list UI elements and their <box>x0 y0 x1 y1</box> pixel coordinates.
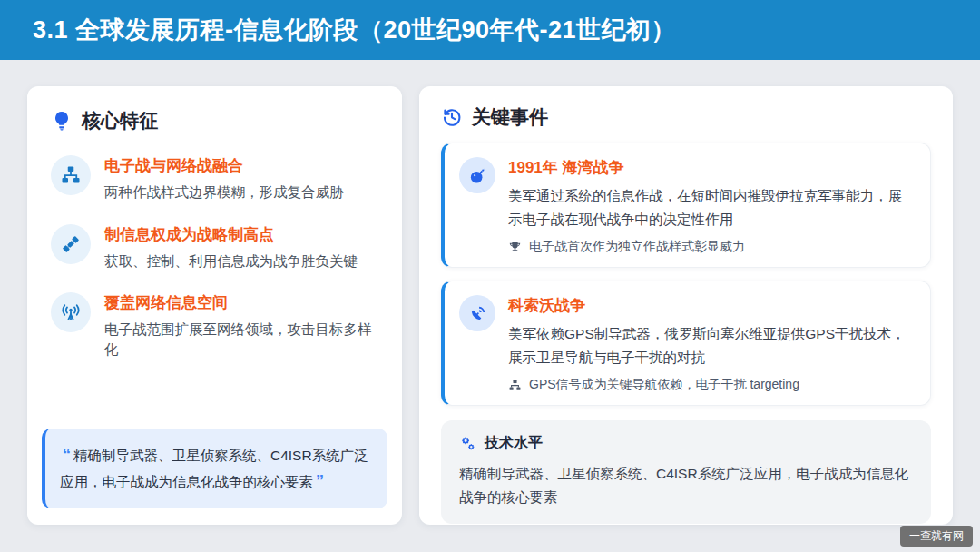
watermark-badge: 一查就有网 <box>900 526 973 547</box>
tech-level-box: 技术水平 精确制导武器、卫星侦察系统、C4ISR系统广泛应用，电子战成为信息化战… <box>441 420 931 524</box>
core-features-card: 核心特征 电子战与网络战融合 两种作战样式边界模糊，形成复合威胁 制信息权成为战… <box>27 86 402 525</box>
event-highlight: 电子战首次作为独立作战样式彰显威力 <box>508 239 914 255</box>
event-desc: 美军通过系统的信息作战，在短时间内摧毁伊拉克军事能力，展示电子战在现代战争中的决… <box>508 184 914 231</box>
trophy-icon <box>508 241 522 254</box>
event-title: 1991年 海湾战争 <box>508 157 914 178</box>
feature-desc: 两种作战样式边界模糊，形成复合威胁 <box>104 182 344 202</box>
event-item: 1991年 海湾战争 美军通过系统的信息作战，在短时间内摧毁伊拉克军事能力，展示… <box>441 143 931 268</box>
event-highlight-text: GPS信号成为关键导航依赖，电子干扰 targeting <box>529 377 799 393</box>
slide-header: 3.1 全球发展历程-信息化阶段（20世纪90年代-21世纪初） <box>0 0 980 60</box>
close-quote-icon: ” <box>313 472 327 490</box>
tech-level-title: 技术水平 <box>485 434 543 453</box>
tech-level-header: 技术水平 <box>459 434 913 453</box>
sitemap-icon <box>51 155 91 195</box>
broadcast-tower-icon <box>51 292 91 332</box>
summary-quote: “精确制导武器、卫星侦察系统、C4ISR系统广泛应用，电子战成为信息化战争的核心… <box>42 429 387 508</box>
list-item: 制信息权成为战略制高点 获取、控制、利用信息成为战争胜负关键 <box>51 224 378 271</box>
page-title: 3.1 全球发展历程-信息化阶段（20世纪90年代-21世纪初） <box>33 14 676 46</box>
key-events-card: 关键事件 1991年 海湾战争 美军通过系统的信息作战，在短时间内摧毁伊拉克军事… <box>419 86 953 525</box>
feature-title: 覆盖网络信息空间 <box>104 292 378 313</box>
event-desc: 美军依赖GPS制导武器，俄罗斯向塞尔维亚提供GPS干扰技术，展示卫星导航与电子干… <box>508 322 914 369</box>
core-features-header: 核心特征 <box>51 108 378 133</box>
history-clock-icon <box>441 106 463 128</box>
feature-title: 电子战与网络战融合 <box>104 155 344 176</box>
satellite-icon <box>51 224 91 264</box>
sitemap-icon <box>508 379 522 392</box>
bomb-icon <box>459 157 495 193</box>
list-item: 电子战与网络战融合 两种作战样式边界模糊，形成复合威胁 <box>51 155 378 202</box>
feature-desc: 电子战范围扩展至网络领域，攻击目标多样化 <box>104 320 378 359</box>
core-features-title: 核心特征 <box>82 108 158 133</box>
key-events-header: 关键事件 <box>441 104 931 130</box>
open-quote-icon: “ <box>60 446 74 464</box>
satellite-dish-icon <box>459 295 495 331</box>
lightbulb-icon <box>51 110 73 132</box>
event-title: 科索沃战争 <box>508 295 914 316</box>
event-highlight: GPS信号成为关键导航依赖，电子干扰 targeting <box>508 377 914 393</box>
event-highlight-text: 电子战首次作为独立作战样式彰显威力 <box>529 239 745 255</box>
event-item: 科索沃战争 美军依赖GPS制导武器，俄罗斯向塞尔维亚提供GPS干扰技术，展示卫星… <box>441 281 931 406</box>
feature-desc: 获取、控制、利用信息成为战争胜负关键 <box>104 251 358 271</box>
feature-title: 制信息权成为战略制高点 <box>104 224 358 245</box>
tech-level-desc: 精确制导武器、卫星侦察系统、C4ISR系统广泛应用，电子战成为信息化战争的核心要… <box>459 462 913 508</box>
list-item: 覆盖网络信息空间 电子战范围扩展至网络领域，攻击目标多样化 <box>51 292 378 359</box>
gears-icon <box>459 435 476 452</box>
main-content: 核心特征 电子战与网络战融合 两种作战样式边界模糊，形成复合威胁 制信息权成为战… <box>0 60 980 525</box>
key-events-title: 关键事件 <box>472 104 548 130</box>
